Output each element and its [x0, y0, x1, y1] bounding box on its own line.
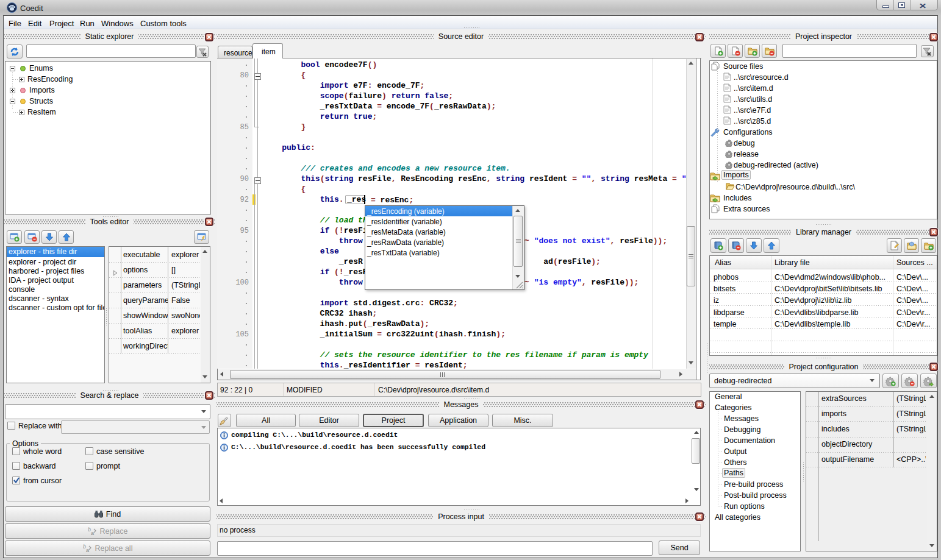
svg-text:a: a	[91, 530, 95, 536]
svg-text:a: a	[86, 547, 90, 553]
